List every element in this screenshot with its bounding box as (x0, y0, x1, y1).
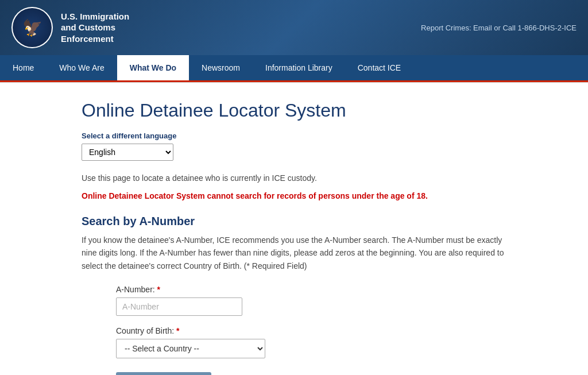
country-required-star: * (176, 326, 179, 335)
agency-name: U.S. Immigration and Customs Enforcement (61, 11, 129, 45)
warning-text: Online Detainee Locator System cannot se… (82, 190, 506, 202)
country-of-birth-label: Country of Birth: * (116, 326, 506, 335)
a-number-label: A-Number: * (116, 285, 506, 294)
page-title: Online Detainee Locator System (82, 100, 506, 121)
search-section-title: Search by A-Number (82, 215, 506, 228)
agency-line2: and Customs (61, 22, 129, 33)
agency-line1: U.S. Immigration (61, 11, 129, 22)
country-of-birth-group: Country of Birth: * -- Select a Country … (82, 326, 506, 358)
language-label: Select a different language (82, 132, 506, 140)
nav-what-we-do[interactable]: What We Do (117, 55, 189, 80)
main-nav: Home Who We Are What We Do Newsroom Info… (0, 55, 588, 82)
agency-logo: 🦅 (11, 7, 53, 48)
language-select[interactable]: English Spanish French (82, 144, 173, 161)
site-header: 🦅 U.S. Immigration and Customs Enforceme… (0, 0, 588, 55)
nav-who-we-are[interactable]: Who We Are (47, 55, 117, 80)
main-content: Online Detainee Locator System Select a … (59, 83, 529, 375)
search-by-anumber-button[interactable]: Search by A-Number (116, 372, 211, 375)
report-crimes-text: Report Crimes: Email or Call 1-866-DHS-2… (421, 24, 577, 32)
nav-information-library[interactable]: Information Library (253, 55, 345, 80)
nav-home[interactable]: Home (0, 55, 47, 80)
a-number-input[interactable] (116, 297, 242, 316)
agency-line3: Enforcement (61, 33, 129, 45)
eagle-icon: 🦅 (22, 18, 42, 37)
a-number-required-star: * (157, 285, 160, 294)
a-number-group: A-Number: * (82, 285, 506, 316)
nav-newsroom[interactable]: Newsroom (189, 55, 253, 80)
search-section-desc: If you know the detainee's A-Number, ICE… (82, 234, 506, 272)
intro-text: Use this page to locate a detainee who i… (82, 172, 506, 184)
country-of-birth-select[interactable]: -- Select a Country -- United States Mex… (116, 339, 265, 358)
header-logo-area: 🦅 U.S. Immigration and Customs Enforceme… (11, 7, 129, 48)
nav-contact-ice[interactable]: Contact ICE (345, 55, 413, 80)
